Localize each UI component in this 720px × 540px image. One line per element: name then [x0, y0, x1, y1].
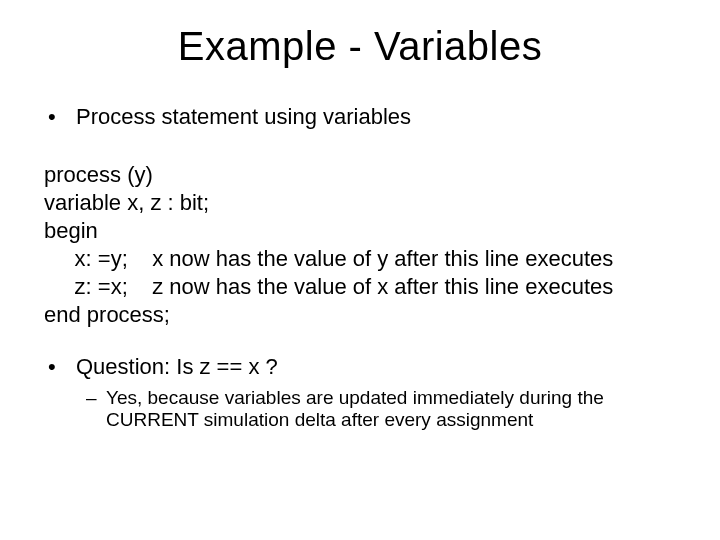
code-line: z: =x; z now has the value of x after th…	[44, 273, 676, 301]
bullet-text: Question: Is z == x ?	[76, 353, 676, 381]
dash-icon: –	[86, 387, 106, 409]
code-line: variable x, z : bit;	[44, 189, 676, 217]
bullet-item-1: • Process statement using variables	[44, 103, 676, 131]
bullet-dot-icon: •	[44, 353, 76, 381]
bullet-dot-icon: •	[44, 103, 76, 131]
slide-title: Example - Variables	[44, 24, 676, 69]
bullet-text: Process statement using variables	[76, 103, 676, 131]
bullet-item-2: • Question: Is z == x ?	[44, 353, 676, 381]
code-block: process (y) variable x, z : bit; begin x…	[44, 161, 676, 330]
code-line: x: =y; x now has the value of y after th…	[44, 245, 676, 273]
code-line: end process;	[44, 301, 676, 329]
sub-bullet-item: – Yes, because variables are updated imm…	[86, 387, 676, 432]
sub-bullet-text: Yes, because variables are updated immed…	[106, 387, 676, 432]
code-line: begin	[44, 217, 676, 245]
code-line: process (y)	[44, 161, 676, 189]
slide: Example - Variables • Process statement …	[0, 0, 720, 540]
